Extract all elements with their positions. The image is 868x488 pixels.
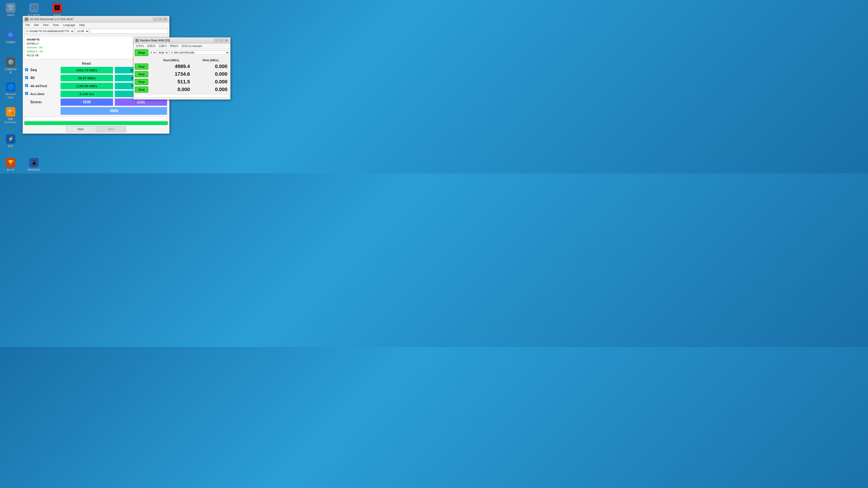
menu-view[interactable]: View — [41, 23, 51, 27]
stop-button-2[interactable]: Stop — [135, 71, 148, 77]
4k64t-label: 4K-64Thrd — [29, 82, 60, 90]
score-read: 1630 — [61, 98, 113, 106]
win-controls: ─ □ ✕ — [153, 18, 167, 21]
desktop-icon-yashen[interactable]: 📱 夜神模拟器 — [26, 157, 42, 172]
drive-model: GIGABYTE — [27, 38, 43, 42]
rnd-row-3: Stop 511.5 0.000 — [135, 78, 229, 86]
benchmark-title: AS SSD Benchmark 2.0.7316.34247 — [30, 18, 74, 21]
rnd-write-1: 0.000 — [192, 63, 229, 70]
random-window: Random Read 4KiB [2/5] ─ □ ✕ 文件(F) 设置(S)… — [133, 37, 230, 100]
rnd-read-3: 511.5 — [151, 78, 192, 86]
random-title: Random Read 4KiB [2/5] — [140, 39, 170, 42]
queue-select[interactable]: 5 — [149, 51, 156, 55]
random-maximize-button[interactable]: □ — [219, 39, 223, 42]
4k-label: 4K — [29, 74, 60, 82]
4k64t-read: 1185.56 MB/s — [61, 83, 113, 89]
random-table: Read [MB/s] Write [MB/s] Stop 4989.4 0.0… — [135, 58, 229, 93]
stop-button-1[interactable]: Stop — [135, 64, 148, 70]
minimize-button[interactable]: ─ — [153, 18, 158, 21]
rnd-read-4: 0.000 — [151, 86, 192, 93]
random-toolbar: Stop 5 8GiB C: 90% (837/931GiB) — [133, 48, 230, 57]
stop-button-4[interactable]: Stop — [135, 87, 148, 93]
desktop-icon-decode-settings[interactable]: ⚙️ 完美解码设置 — [3, 57, 19, 75]
drive-select[interactable]: C: GIGABYTE GP-ASM2NE6100TTTD — [24, 29, 74, 34]
random-win-controls: ─ □ ✕ — [214, 39, 228, 42]
drive-buffer: 593920 K - OK — [27, 50, 43, 54]
rnd-write-3: 0.000 — [192, 78, 229, 86]
total-score-row: 3509 — [24, 106, 168, 116]
4k64t-checkbox[interactable] — [25, 84, 28, 87]
rnd-col-write: Write [MB/s] — [192, 58, 229, 63]
desktop-icon-decode[interactable]: 🔷 完美解码 — [3, 29, 19, 45]
drive-driver: stornvme - OK — [27, 46, 43, 50]
block-size-select[interactable]: 8GiB — [157, 51, 168, 55]
desktop-icon-xunlei[interactable]: ⚡ 迅雷 — [3, 133, 19, 149]
col-read-header: Read: — [60, 61, 114, 66]
score-label: Score: — [29, 98, 60, 106]
seq-checkbox[interactable] — [25, 68, 28, 71]
rnd-write-2: 0.000 — [192, 70, 229, 78]
desktop-icon-recycle[interactable]: 🗑️ 回收站 — [3, 2, 19, 18]
progress-area: ··· — [24, 117, 168, 125]
random-close-button[interactable]: ✕ — [224, 39, 228, 42]
progress-bar-fill — [24, 121, 168, 125]
menu-edit[interactable]: Edit — [32, 23, 40, 27]
rnd-menu-theme[interactable]: 主题(T) — [157, 44, 168, 48]
drive-size: 931.51 GB — [27, 54, 43, 58]
random-icon — [135, 39, 138, 42]
rnd-menu-language[interactable]: 语言(L)(Language) — [180, 44, 204, 48]
progress-info: ··· — [24, 117, 168, 121]
desktop-icon-edge[interactable]: 🌀 Microsoft Edge — [3, 81, 19, 100]
random-drive-select[interactable]: C: 90% (837/931GiB) — [169, 51, 229, 55]
random-content: Read [MB/s] Write [MB/s] Stop 4989.4 0.0… — [133, 57, 230, 99]
benchmark-titlebar: AS SSD Benchmark 2.0.7316.34247 ─ □ ✕ — [23, 16, 169, 23]
stop-button-3[interactable]: Stop — [135, 79, 148, 85]
progress-text: ··· — [165, 117, 167, 120]
desktop-icon-search[interactable]: 🔍 搜索Everything — [3, 106, 19, 125]
4k-checkbox[interactable] — [25, 76, 28, 79]
random-minimize-button[interactable]: ─ — [214, 39, 219, 42]
acc-read: 0.140 ms — [61, 91, 113, 97]
main-stop-button[interactable]: Stop — [135, 49, 148, 56]
menu-tools[interactable]: Tools — [51, 23, 61, 27]
rnd-menu-file[interactable]: 文件(F) — [134, 44, 145, 48]
menu-language[interactable]: Language — [61, 23, 77, 27]
random-progress-bar — [135, 94, 229, 97]
benchmark-toolbar: C: GIGABYTE GP-ASM2NE6100TTTD 10 GB — [23, 28, 169, 35]
close-button[interactable]: ✕ — [163, 18, 167, 21]
desktop-icon-ludashi[interactable]: 🏆 鲁大师 — [3, 157, 19, 172]
acc-label: Acc.time — [29, 90, 60, 98]
benchmark-icon — [25, 18, 28, 21]
4k-read: 38.97 MB/s — [61, 75, 113, 81]
benchmark-buttons: Start Abort — [24, 126, 168, 132]
rnd-read-1: 4989.4 — [151, 63, 192, 70]
acc-checkbox[interactable] — [25, 92, 28, 95]
abort-button[interactable]: Abort — [96, 126, 126, 132]
start-button[interactable]: Start — [66, 126, 95, 132]
menu-file[interactable]: File — [24, 23, 32, 27]
rnd-row-2: Stop 1734.6 0.000 — [135, 70, 229, 78]
size-select[interactable]: 10 GB — [75, 29, 89, 34]
seq-read: 4051.72 MB/s — [61, 67, 113, 73]
benchmark-menubar: File Edit View Tools Language Help — [23, 23, 169, 28]
rnd-read-2: 1734.6 — [151, 70, 192, 78]
benchmark-input[interactable] — [90, 29, 168, 34]
random-titlebar: Random Read 4KiB [2/5] ─ □ ✕ — [133, 37, 230, 43]
rnd-row-4: Stop 0.000 0.000 — [135, 86, 229, 93]
rnd-col-read: Read [MB/s] — [151, 58, 192, 63]
rnd-row-1: Stop 4989.4 0.000 — [135, 63, 229, 70]
drive-firmware: EGFM11.2 — [27, 42, 43, 46]
rnd-write-4: 0.000 — [192, 86, 229, 93]
desktop-icon-adobe[interactable]: 🅰 Adobe — [49, 2, 65, 18]
rnd-menu-settings[interactable]: 设置(S) — [146, 44, 157, 48]
rnd-menu-help[interactable]: 帮助(H) — [168, 44, 180, 48]
progress-bar-wrap — [24, 121, 168, 125]
menu-help[interactable]: Help — [77, 23, 87, 27]
maximize-button[interactable]: □ — [158, 18, 162, 21]
score-total: 3509 — [61, 107, 167, 115]
random-menubar: 文件(F) 设置(S) 主题(T) 帮助(H) 语言(L)(Language) — [133, 43, 230, 48]
seq-label: Seq — [29, 66, 60, 74]
